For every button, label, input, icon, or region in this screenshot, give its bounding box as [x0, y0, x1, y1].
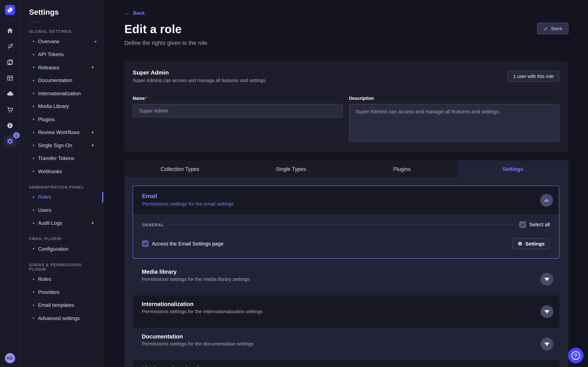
settings-gear-icon[interactable]: 1 [4, 135, 16, 147]
rail-divider [0, 20, 20, 20]
back-label: Back [133, 10, 145, 16]
sidebar-item-users[interactable]: Users [29, 204, 97, 217]
sidebar-item-media-library[interactable]: Media Library [29, 100, 97, 113]
bullet-icon [33, 132, 34, 133]
sidebar-item-providers[interactable]: Providers [29, 286, 97, 299]
required-asterisk: * [145, 96, 147, 101]
sidebar-item-email-templates[interactable]: Email templates [29, 299, 97, 312]
save-label: Save [551, 26, 562, 31]
email-permissions-accordion: Email Permissions settings for the email… [133, 186, 559, 259]
role-description-text: Super Admins can access and manage all f… [133, 78, 559, 83]
sidebar-title: Settings [29, 8, 97, 17]
role-name-heading: Super Admin [133, 69, 559, 76]
collapse-email-button[interactable] [540, 194, 553, 206]
marketplace-icon[interactable] [4, 104, 16, 116]
lightning-icon [90, 143, 95, 148]
chevron-down-icon [544, 278, 549, 281]
tab-plugins[interactable]: Plugins [346, 160, 458, 177]
sidebar-item-single-sign-on[interactable]: Single Sign-On [29, 139, 97, 152]
select-all-checkbox[interactable] [519, 221, 526, 228]
bullet-icon [33, 145, 34, 146]
bullet-icon [33, 222, 34, 224]
email-accordion-title: Email [142, 193, 552, 199]
chevron-down-icon [544, 342, 549, 346]
help-button[interactable]: ? [568, 348, 584, 363]
media-library-icon[interactable] [4, 56, 16, 68]
bullet-icon [33, 278, 34, 280]
cloud-icon[interactable] [4, 88, 16, 100]
tab-collection-types[interactable]: Collection Types [124, 160, 235, 177]
bullet-icon [33, 119, 34, 120]
users-with-role-button[interactable]: 1 user with this role [508, 71, 559, 82]
save-button[interactable]: Save [537, 23, 568, 34]
sidebar-item-configuration[interactable]: Configuration [29, 242, 97, 255]
sidebar-item-advanced-settings[interactable]: Advanced settings [29, 312, 97, 325]
expand-documentation-button[interactable] [540, 338, 553, 350]
app-window: 1 KD Settings GLOBAL SETTINGS Overview A… [0, 0, 588, 367]
content-manager-icon[interactable] [4, 40, 16, 52]
chevron-up-icon [544, 198, 549, 202]
sidebar-item-releases[interactable]: Releases [29, 61, 97, 74]
bullet-icon [33, 304, 34, 306]
sidebar-item-api-tokens[interactable]: API Tokens [29, 48, 97, 61]
sidebar-item-documentation[interactable]: Documentation [29, 74, 97, 87]
sidebar-item-internationalization[interactable]: Internationalization [29, 87, 97, 100]
sidebar-item-webhooks[interactable]: Webhooks [29, 165, 97, 178]
sidebar-item-transfer-tokens[interactable]: Transfer Tokens [29, 152, 97, 165]
documentation-accordion-row[interactable]: Documentation Permissions settings for t… [133, 328, 559, 360]
sidebar-item-review-workflows[interactable]: Review Workflows [29, 126, 97, 139]
strapi-logo[interactable] [5, 5, 15, 15]
expand-media-library-button[interactable] [540, 273, 553, 286]
active-indicator-bar [102, 192, 103, 202]
section-divider [169, 224, 515, 225]
plugins-marketplace-accordion-row[interactable]: Plugins and marketplace [133, 360, 559, 367]
name-field-label: Name* [133, 96, 147, 101]
section-label-users-permissions-plugin: USERS & PERMISSIONS PLUGIN [29, 262, 97, 271]
permissions-tabs: Collection Types Single Types Plugins Se… [124, 160, 568, 178]
sidebar-title-divider [29, 22, 38, 22]
select-all-label: Select all [529, 222, 550, 227]
expand-internationalization-button[interactable] [540, 305, 553, 318]
check-icon [543, 26, 548, 31]
user-avatar[interactable]: KD [5, 353, 15, 363]
gear-icon [518, 241, 522, 246]
info-icon[interactable] [4, 119, 16, 132]
sidebar-item-audit-logs[interactable]: Audit Logs [29, 217, 97, 230]
page-subtitle: Define the rights given to the role [124, 40, 568, 46]
name-input[interactable] [133, 104, 343, 117]
settings-permissions-panel: Email Permissions settings for the email… [124, 178, 568, 367]
description-textarea[interactable]: Super Admins can access and manage all f… [349, 104, 559, 142]
settings-badge: 1 [13, 132, 19, 139]
home-icon[interactable] [4, 25, 16, 37]
sidebar-item-roles-up[interactable]: Roles [29, 273, 97, 286]
section-label-email-plugin: EMAIL PLUGIN [29, 236, 97, 241]
media-library-accordion-row[interactable]: Media library Permissions settings for t… [133, 263, 559, 295]
bullet-icon [33, 106, 34, 107]
question-mark-icon: ? [571, 351, 580, 360]
sidebar-item-plugins[interactable]: Plugins [29, 113, 97, 126]
lightning-icon [90, 221, 95, 225]
bullet-icon [33, 209, 34, 211]
page-title: Edit a role [124, 23, 182, 36]
bullet-icon [33, 93, 34, 94]
access-email-settings-checkbox[interactable] [142, 240, 148, 247]
tab-settings[interactable]: Settings [457, 160, 568, 178]
internationalization-accordion-row[interactable]: Internationalization Permissions setting… [133, 296, 559, 328]
email-accordion-body: GENERAL Select all Access the Email Sett… [133, 214, 559, 258]
email-accordion-header[interactable]: Email Permissions settings for the email… [133, 186, 559, 214]
bullet-icon [33, 248, 34, 250]
email-settings-button[interactable]: Settings [512, 238, 550, 249]
description-field-label: Description [349, 96, 374, 101]
bullet-icon [33, 67, 34, 68]
sidebar-item-overview[interactable]: Overview [29, 35, 97, 48]
email-accordion-subtitle: Permissions settings for the email setti… [142, 201, 552, 207]
back-link[interactable]: ← Back [124, 10, 145, 16]
bullet-icon [33, 292, 34, 293]
sidebar-item-roles-admin[interactable]: Roles [29, 191, 97, 204]
bullet-icon [33, 317, 34, 319]
tab-single-types[interactable]: Single Types [235, 160, 346, 177]
notification-dot-icon [95, 41, 96, 42]
back-arrow-icon: ← [124, 10, 130, 16]
settings-sidebar: Settings GLOBAL SETTINGS Overview API To… [20, 0, 104, 367]
content-type-builder-icon[interactable] [4, 72, 16, 84]
